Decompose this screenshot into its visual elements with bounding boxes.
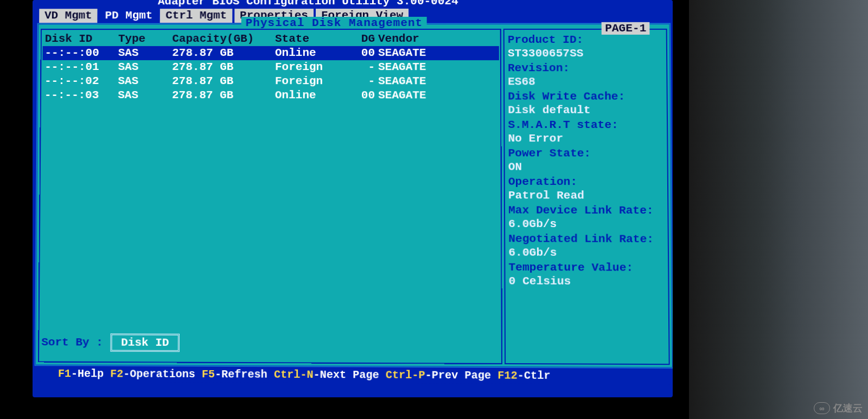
disk-state: Online: [275, 46, 351, 60]
hotkey-action: -Operations: [123, 368, 202, 381]
menu-item-pd-mgmt[interactable]: PD Mgmt: [100, 9, 158, 23]
hotkey-action: -Refresh: [215, 368, 274, 381]
hotkey-action: -Ctlr: [518, 369, 551, 382]
col-header-dg: DG: [351, 32, 378, 46]
monitor-frame: Adapter BIOS Configuration Utility 3.00-…: [22, 0, 684, 419]
table-row[interactable]: --:--:01SAS278.87 GBForeign-SEAGATE: [42, 60, 499, 74]
disk-type: SAS: [118, 74, 172, 88]
hotkey-key: Ctrl-N: [274, 368, 314, 381]
disk-id: --:--:03: [42, 88, 118, 102]
col-header-type: Type: [118, 32, 173, 46]
disk-id: --:--:00: [42, 46, 118, 60]
menu-item-vd-mgmt[interactable]: VD Mgmt: [39, 9, 98, 23]
disk-type: SAS: [118, 46, 173, 60]
disk-capacity: 278.87 GB: [172, 74, 275, 88]
bios-screen: Adapter BIOS Configuration Utility 3.00-…: [33, 0, 673, 397]
app-title: Adapter BIOS Configuration Utility 3.00-…: [34, 0, 673, 9]
hotkey-key: F12: [497, 369, 518, 382]
disk-dg: -: [351, 60, 378, 74]
hotkey-key: F2: [110, 368, 123, 380]
prop-label: Product ID:: [508, 33, 663, 47]
disk-dg: -: [351, 74, 378, 88]
disk-id: --:--:01: [42, 60, 118, 74]
prop-label: Temperature Value:: [508, 261, 665, 275]
hotkey-key: Ctrl-P: [386, 369, 425, 382]
table-header: Disk ID Type Capacity(GB) State DG Vendo…: [43, 32, 499, 46]
col-header-capacity: Capacity(GB): [172, 32, 275, 46]
disk-state: Online: [275, 88, 351, 102]
sort-by-label: Sort By :: [41, 336, 103, 349]
disk-vendor: SEAGATE: [378, 74, 443, 88]
prop-value: 0 Celsius: [509, 274, 665, 288]
watermark-icon: ∞: [814, 402, 830, 414]
prop-label: Max Device Link Rate:: [508, 203, 664, 217]
prop-value: ST3300657SS: [508, 47, 663, 60]
hotkey-action: -Next Page: [313, 369, 385, 382]
prop-value: Disk default: [508, 104, 663, 117]
table-row[interactable]: --:--:02SAS278.87 GBForeign-SEAGATE: [42, 74, 499, 88]
hotkey-action: -Help: [71, 368, 110, 381]
col-header-id: Disk ID: [43, 32, 118, 46]
table-row[interactable]: --:--:00SAS278.87 GBOnline00SEAGATE: [42, 46, 499, 60]
prop-label: S.M.A.R.T state:: [508, 118, 663, 132]
disk-vendor: SEAGATE: [378, 46, 443, 60]
disk-state: Foreign: [275, 60, 351, 74]
disk-vendor: SEAGATE: [378, 60, 443, 74]
col-header-state: State: [275, 32, 351, 46]
prop-value: ON: [508, 160, 664, 174]
menu-item-ctrl-mgmt[interactable]: Ctrl Mgmt: [160, 9, 232, 23]
page-badge: PAGE-1: [602, 22, 649, 35]
disk-capacity: 278.87 GB: [172, 46, 275, 60]
watermark: ∞ 亿速云: [814, 402, 863, 415]
frame-title: Physical Disk Management: [241, 17, 427, 29]
hotkey-key: F1: [58, 368, 71, 380]
disk-vendor: SEAGATE: [378, 88, 443, 102]
disk-state: Foreign: [275, 74, 351, 88]
disk-capacity: 278.87 GB: [172, 60, 275, 74]
table-row[interactable]: --:--:03SAS278.87 GBOnline00SEAGATE: [42, 88, 499, 103]
prop-label: Negotiated Link Rate:: [508, 232, 665, 246]
prop-value: 6.0Gb/s: [508, 217, 664, 231]
prop-label: Operation:: [508, 175, 664, 189]
disk-dg: 00: [351, 46, 378, 60]
prop-value: Patrol Read: [508, 189, 664, 203]
col-header-vendor: Vendor: [378, 32, 443, 46]
disk-dg: 00: [351, 88, 378, 102]
prop-value: ES68: [508, 75, 663, 88]
watermark-text: 亿速云: [833, 402, 863, 415]
footer-hotkeys: F1-Help F2-Operations F5-Refresh Ctrl-N-…: [33, 366, 673, 385]
prop-value: 6.0Gb/s: [508, 246, 665, 260]
disk-id: --:--:02: [42, 74, 118, 88]
disk-type: SAS: [118, 60, 173, 74]
prop-label: Revision:: [508, 61, 663, 75]
prop-value: No Error: [508, 132, 663, 146]
disk-details-panel: PAGE-1 Product ID:ST3300657SSRevision:ES…: [503, 29, 670, 365]
sort-by-field[interactable]: Disk ID: [111, 333, 180, 352]
prop-label: Power State:: [508, 146, 664, 160]
disk-capacity: 278.87 GB: [172, 88, 275, 102]
disk-type: SAS: [118, 88, 172, 102]
disk-table-panel: Disk ID Type Capacity(GB) State DG Vendo…: [38, 29, 502, 364]
hotkey-action: -Prev Page: [425, 369, 498, 382]
background-wall: [689, 0, 868, 419]
hotkey-key: F5: [202, 368, 215, 381]
prop-label: Disk Write Cache:: [508, 89, 663, 103]
main-frame: Physical Disk Management Disk ID Type Ca…: [34, 23, 673, 369]
